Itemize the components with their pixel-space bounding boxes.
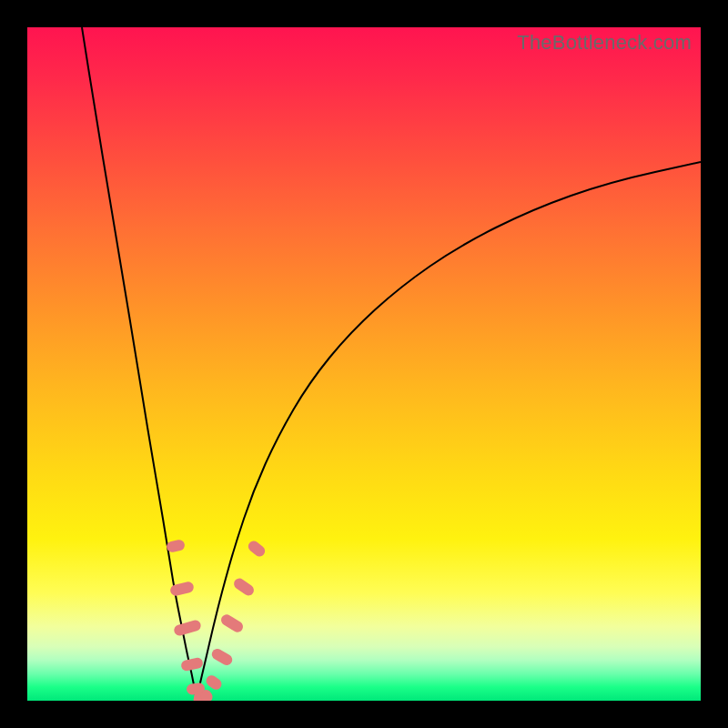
plot-area: TheBottleneck.com: [27, 27, 701, 701]
data-marker: [232, 576, 257, 598]
curve-left-branch: [82, 27, 197, 701]
data-marker: [219, 612, 245, 634]
data-marker: [204, 673, 224, 692]
curve-layer: [27, 27, 701, 701]
data-marker: [173, 619, 202, 637]
data-marker: [210, 647, 235, 667]
data-marker: [246, 539, 267, 559]
data-marker: [180, 657, 204, 672]
curve-right-branch: [197, 162, 701, 701]
chart-frame: TheBottleneck.com: [0, 0, 728, 728]
